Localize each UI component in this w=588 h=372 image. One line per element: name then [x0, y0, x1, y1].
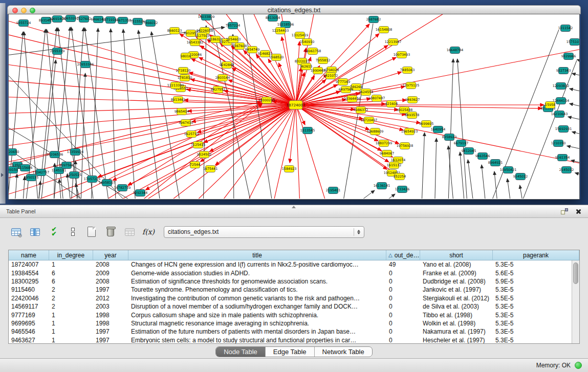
svg-text:9684067: 9684067	[380, 151, 394, 156]
svg-text:9463627: 9463627	[405, 98, 420, 102]
svg-text:8660123: 8660123	[167, 29, 182, 33]
svg-text:19654923: 19654923	[401, 129, 418, 134]
table-cell: Tibbo et al. (1998)	[420, 312, 493, 319]
table-cell: Stergiakouli et al. (2012)	[420, 295, 493, 302]
svg-text:19756928: 19756928	[397, 144, 413, 148]
column-header-out-de-[interactable]: △out_de…	[386, 250, 420, 260]
network-canvas[interactable]: 9355724893140520691406106532671527602646…	[9, 14, 579, 199]
table-cell: Structural magnetic resonance image aver…	[128, 320, 386, 327]
table-row[interactable]: 2242004622012Investigating the contribut…	[9, 294, 579, 302]
column-header-pagerank[interactable]: pagerank	[493, 250, 579, 260]
svg-text:1540910: 1540910	[300, 40, 314, 44]
table-cell: Disruption of a novel member of a sodium…	[128, 303, 386, 310]
new-table-icon[interactable]	[85, 225, 98, 238]
table-cell: 2009	[93, 270, 128, 277]
application-window: citations_edges.txt 93557248931405206914…	[0, 0, 588, 372]
table-cell: 14569117	[9, 303, 49, 310]
svg-text:9355724: 9355724	[16, 21, 31, 25]
table-cell: Genome-wide association studies in ADHD.	[128, 270, 386, 277]
column-header-title[interactable]: title	[128, 250, 386, 260]
column-header-short[interactable]: short	[420, 250, 493, 260]
svg-text:1115686: 1115686	[18, 166, 32, 170]
table-row[interactable]: 1830029562008Estimation of significance …	[9, 277, 579, 286]
svg-text:9463546: 9463546	[475, 154, 490, 158]
svg-text:9329966: 9329966	[561, 54, 576, 58]
tab-edge-table[interactable]: Edge Table	[265, 347, 314, 357]
show-columns-icon[interactable]	[28, 225, 41, 238]
table-panel: Table Panel ⚙ ✔✔ f(x) citations_edges.tx…	[0, 205, 588, 372]
table-cell: 5.3E-5	[493, 320, 579, 327]
table-row[interactable]: 969969511998Structural magnetic resonanc…	[9, 319, 579, 327]
table-row[interactable]: 911546021997Tourette syndrome. Phenomeno…	[9, 286, 579, 294]
svg-text:2145012: 2145012	[559, 168, 574, 172]
table-row[interactable]: 1938455462009Genome-wide association stu…	[9, 269, 579, 277]
tab-node-table[interactable]: Node Table	[216, 347, 265, 357]
svg-text:9161354: 9161354	[555, 156, 570, 160]
side-panel-handle[interactable]	[0, 3, 6, 204]
table-cell: 1	[49, 320, 93, 327]
svg-text:8358923: 8358923	[442, 135, 456, 139]
import-table-icon-disabled	[123, 225, 136, 238]
table-cell: 22420046	[9, 295, 49, 302]
table-row[interactable]: 1872400712008Changes of HCN gene express…	[9, 260, 579, 269]
table-cell: 2012	[93, 295, 128, 302]
dropdown-arrows-icon	[357, 230, 360, 234]
splitter-arrow-icon[interactable]	[292, 206, 296, 208]
table-row[interactable]: 946554611997Estimation of the future num…	[9, 327, 579, 336]
svg-text:3624554: 3624554	[359, 90, 373, 94]
table-cell: Estimation of significance thresholds fo…	[128, 278, 386, 285]
table-cell: 0	[386, 270, 420, 277]
table-vertical-scrollbar[interactable]	[572, 260, 579, 343]
column-header-year[interactable]: year	[93, 250, 128, 260]
node-table: namein_degreeyeartitle△out_de…shortpager…	[8, 250, 580, 344]
unselect-rows-icon[interactable]	[66, 225, 79, 238]
delete-table-icon[interactable]	[104, 225, 117, 238]
citation-network-graph[interactable]: 9355724893140520691406106532671527602646…	[9, 14, 579, 199]
table-cell: 0	[386, 312, 420, 319]
svg-text:16543382: 16543382	[187, 40, 204, 45]
table-settings-icon[interactable]: ⚙	[9, 225, 23, 238]
svg-text:1527602: 1527602	[77, 17, 91, 21]
table-cell: 9699695	[9, 320, 49, 327]
function-builder-icon[interactable]: f(x)	[142, 225, 155, 238]
table-cell: Investigating the contribution of common…	[128, 295, 386, 302]
svg-text:16136141: 16136141	[374, 184, 390, 188]
float-window-icon[interactable]	[561, 208, 568, 215]
table-row[interactable]: 946362711997Embryonic stem cells: a mode…	[9, 336, 579, 343]
status-bar: Memory: OK	[0, 358, 588, 372]
column-header-name[interactable]: name	[9, 250, 49, 260]
column-header-in-degree[interactable]: in_degree	[49, 250, 93, 260]
table-cell: Yano et al. (2008)	[420, 261, 493, 268]
network-window-titlebar[interactable]: citations_edges.txt	[7, 5, 581, 14]
table-cell: 18300295	[9, 278, 49, 285]
select-all-icon[interactable]: ✔✔	[47, 225, 60, 238]
svg-text:18807299: 18807299	[376, 141, 393, 145]
table-cell: 2	[49, 286, 93, 293]
svg-text:8427552: 8427552	[211, 87, 225, 92]
table-select-dropdown[interactable]: citations_edges.txt	[164, 226, 364, 238]
table-cell: 5.3E-5	[493, 261, 579, 268]
close-panel-icon[interactable]	[575, 208, 582, 215]
svg-text:7485063: 7485063	[400, 68, 415, 72]
table-select-value: citations_edges.txt	[168, 228, 354, 235]
table-row[interactable]: 977716911998Corpus callosum shape and si…	[9, 311, 579, 319]
svg-text:14671358: 14671358	[115, 18, 132, 23]
svg-text:9097568: 9097568	[59, 163, 74, 167]
network-view-window[interactable]: citations_edges.txt 93557248931405206914…	[7, 5, 581, 199]
table-cell: 2003	[93, 303, 128, 310]
table-cell: 1997	[93, 286, 128, 293]
network-window-title: citations_edges.txt	[8, 7, 580, 14]
svg-text:1513545: 1513545	[300, 128, 315, 133]
svg-text:1990448: 1990448	[311, 69, 325, 73]
table-panel-header[interactable]: Table Panel	[0, 205, 588, 218]
svg-text:2687682: 2687682	[366, 17, 381, 21]
table-cell: 1	[49, 328, 93, 335]
table-row[interactable]: 1456911722003Disruption of a novel membe…	[9, 302, 579, 311]
scrollbar-thumb[interactable]	[573, 262, 578, 284]
tab-network-table[interactable]: Network Table	[314, 347, 372, 357]
svg-text:8813054: 8813054	[266, 16, 280, 20]
svg-text:15692931: 15692931	[555, 127, 572, 131]
svg-text:1675441: 1675441	[203, 167, 217, 171]
svg-text:1781810: 1781810	[178, 76, 192, 80]
table-cell: 5.3E-5	[493, 286, 579, 293]
